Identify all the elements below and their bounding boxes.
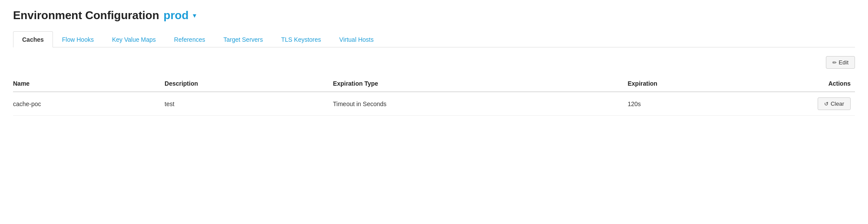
tab-tls-keystores[interactable]: TLS Keystores xyxy=(272,31,330,47)
caches-table: Name Description Expiration Type Expirat… xyxy=(13,76,855,116)
cell-description: test xyxy=(165,92,333,116)
page-title: Environment Configuration xyxy=(13,9,159,22)
col-header-name: Name xyxy=(13,76,165,92)
edit-icon: ✏ xyxy=(832,60,837,66)
clear-button-label: Clear xyxy=(831,100,844,107)
env-name[interactable]: prod xyxy=(164,9,189,22)
tab-references[interactable]: References xyxy=(165,31,215,47)
cell-expiration: 120s xyxy=(627,92,754,116)
tab-caches[interactable]: Caches xyxy=(13,31,53,47)
cell-expiration-type: Timeout in Seconds xyxy=(333,92,628,116)
tabs-list: Caches Flow Hooks Key Value Maps Referen… xyxy=(13,31,855,47)
col-header-actions: Actions xyxy=(754,76,855,92)
tabs-container: Caches Flow Hooks Key Value Maps Referen… xyxy=(13,31,855,47)
tab-key-value-maps[interactable]: Key Value Maps xyxy=(103,31,165,47)
cell-name: cache-poc xyxy=(13,92,165,116)
edit-button-label: Edit xyxy=(839,59,848,66)
env-dropdown-arrow[interactable]: ▾ xyxy=(193,11,196,20)
clear-icon: ↺ xyxy=(824,101,828,107)
clear-button[interactable]: ↺ Clear xyxy=(818,97,851,110)
col-header-expiration-type: Expiration Type xyxy=(333,76,628,92)
col-header-expiration: Expiration xyxy=(627,76,754,92)
table-header-row: Name Description Expiration Type Expirat… xyxy=(13,76,855,92)
table-row: cache-poc test Timeout in Seconds 120s ↺… xyxy=(13,92,855,116)
toolbar: ✏ Edit xyxy=(13,56,855,69)
tab-virtual-hosts[interactable]: Virtual Hosts xyxy=(330,31,383,47)
page-header: Environment Configuration prod ▾ xyxy=(13,9,855,22)
cell-actions: ↺ Clear xyxy=(754,92,855,116)
tab-target-servers[interactable]: Target Servers xyxy=(214,31,272,47)
col-header-description: Description xyxy=(165,76,333,92)
edit-button[interactable]: ✏ Edit xyxy=(826,56,855,69)
tab-flow-hooks[interactable]: Flow Hooks xyxy=(53,31,103,47)
